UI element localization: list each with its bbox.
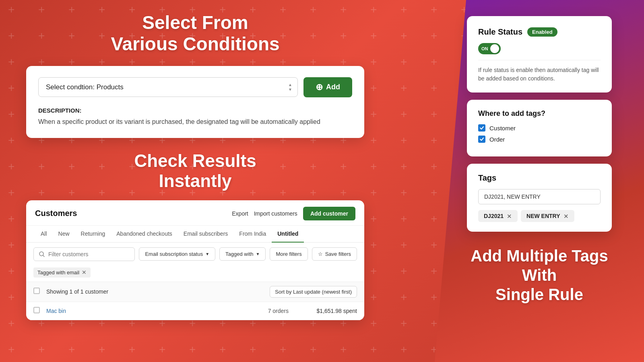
active-filter-chip: Tagged with email ✕ [33, 267, 91, 278]
condition-select-wrapper: Select condtion: Products Select condtio… [38, 77, 298, 97]
save-filters-button[interactable]: ☆ Save filters [312, 247, 357, 261]
select-row: Select condtion: Products Select condtio… [38, 77, 352, 97]
filter-chip-label: Tagged with email [37, 269, 79, 276]
where-tags-card: Where to add tags? Customer Order [467, 100, 612, 156]
section1-title-line1: Select From [111, 12, 279, 33]
tags-input[interactable] [478, 189, 601, 204]
rule-status-row: Rule Status Enabled [478, 27, 601, 37]
section2-title-line2: Instantly [134, 171, 256, 191]
customers-header-actions: Export Import customers Add customer [232, 207, 355, 220]
description-label: DESCRIPTION: [38, 107, 352, 114]
order-checkbox[interactable] [478, 136, 485, 143]
tag-label-new-entry: NEW ENTRY [526, 213, 560, 219]
add-condition-button[interactable]: ⊕ Add [303, 77, 352, 97]
condition-card: Select condtion: Products Select condtio… [26, 66, 364, 138]
customer-checkbox-row: Customer [478, 124, 601, 132]
add-icon: ⊕ [316, 83, 323, 92]
customer-checkbox[interactable] [478, 124, 485, 132]
table-row: Mac bin 7 orders $1,651.98 spent [26, 302, 364, 320]
condition-select[interactable]: Select condtion: Products Select condtio… [38, 77, 298, 97]
header-checkbox-col [33, 288, 46, 296]
rule-description: If rule status is enable then automatica… [478, 60, 601, 83]
showing-count: Showing 1 of 1 customer [46, 288, 270, 295]
rule-status-label: Rule Status [478, 27, 522, 37]
remove-filter-icon[interactable]: ✕ [82, 269, 87, 275]
filter-row: Email subscription status ▼ Tagged with … [26, 243, 364, 266]
active-filter-row: Tagged with email ✕ [26, 266, 364, 282]
tab-untitled[interactable]: Untitled [272, 226, 304, 243]
tags-title: Tags [478, 173, 601, 183]
checkmark-icon [479, 125, 484, 130]
rule-toggle[interactable]: ON [478, 43, 501, 54]
section3-title-line1: Add Multiple Tags With [467, 246, 612, 285]
tab-returning[interactable]: Returning [75, 226, 111, 243]
remove-tag-new-entry[interactable]: ✕ [564, 213, 569, 219]
section2-title-line1: Check Results [134, 151, 256, 171]
description-text: When a specific product or its variant i… [38, 117, 352, 127]
tags-card: Tags DJ2021 ✕ NEW ENTRY ✕ [467, 164, 612, 232]
customers-title: Customers [35, 209, 77, 218]
export-button[interactable]: Export [232, 210, 248, 217]
toggle-row: ON [478, 43, 601, 54]
checkmark-icon [479, 137, 484, 142]
section1-title-line2: Various Conditions [111, 33, 279, 55]
customers-card: Customers Export Import customers Add cu… [26, 200, 364, 320]
table-header: Showing 1 of 1 customer Sort by Last upd… [26, 282, 364, 302]
right-section: Rule Status Enabled ON If rule status is… [435, 0, 644, 362]
section3-title-line2: Single Rule [467, 285, 612, 304]
toggle-on-label: ON [481, 46, 488, 51]
chevron-down-icon: ▼ [205, 252, 209, 256]
import-button[interactable]: Import customers [254, 210, 297, 217]
customers-header: Customers Export Import customers Add cu… [26, 200, 364, 226]
sort-button[interactable]: Sort by Last update (newest first) [270, 286, 357, 298]
customer-name[interactable]: Mac bin [46, 308, 248, 314]
rule-status-card: Rule Status Enabled ON If rule status is… [467, 16, 612, 93]
row-checkbox-col [33, 307, 46, 315]
add-customer-button[interactable]: Add customer [303, 207, 355, 220]
tag-label-dj2021: DJ2021 [484, 213, 504, 219]
email-subscription-filter-button[interactable]: Email subscription status ▼ [139, 247, 215, 261]
tag-pill-dj2021: DJ2021 ✕ [478, 210, 518, 222]
enabled-badge: Enabled [527, 27, 557, 37]
section3-title: Add Multiple Tags With Single Rule [467, 246, 612, 304]
tabs-row: All New Returning Abandoned checkouts Em… [26, 226, 364, 243]
search-box [33, 247, 135, 261]
where-tags-title: Where to add tags? [478, 109, 601, 118]
select-all-checkbox[interactable] [33, 288, 40, 294]
customer-spent: $1,651.98 spent [313, 308, 357, 314]
email-filter-label: Email subscription status [145, 251, 203, 257]
remove-tag-dj2021[interactable]: ✕ [507, 213, 512, 219]
add-button-label: Add [326, 83, 340, 91]
tab-abandoned[interactable]: Abandoned checkouts [111, 226, 178, 243]
order-checkbox-label: Order [489, 136, 505, 143]
star-icon: ☆ [318, 251, 323, 257]
more-filters-label: More filters [276, 251, 301, 257]
more-filters-button[interactable]: More filters [270, 247, 308, 261]
description-block: DESCRIPTION: When a specific product or … [38, 107, 352, 127]
section1-title: Select From Various Conditions [111, 12, 279, 55]
section2-title: Check Results Instantly [134, 151, 256, 191]
customer-orders: 7 orders [248, 308, 289, 314]
search-input[interactable] [48, 251, 130, 257]
left-section: Select From Various Conditions Select co… [0, 0, 390, 362]
tab-from-india[interactable]: From India [233, 226, 272, 243]
tab-new[interactable]: New [53, 226, 75, 243]
chevron-down-icon: ▼ [256, 252, 260, 256]
row-checkbox[interactable] [33, 307, 40, 313]
tags-chips: DJ2021 ✕ NEW ENTRY ✕ [478, 210, 601, 222]
tab-all[interactable]: All [35, 226, 53, 243]
toggle-knob [490, 44, 499, 53]
tagged-with-filter-button[interactable]: Tagged with ▼ [219, 247, 266, 261]
tag-pill-new-entry: NEW ENTRY ✕ [521, 210, 574, 222]
tab-email-subscribers[interactable]: Email subscribers [178, 226, 233, 243]
tagged-filter-label: Tagged with [225, 251, 253, 257]
search-icon [39, 251, 45, 257]
order-checkbox-row: Order [478, 136, 601, 143]
save-filters-label: Save filters [325, 251, 351, 257]
customer-checkbox-label: Customer [489, 125, 516, 132]
